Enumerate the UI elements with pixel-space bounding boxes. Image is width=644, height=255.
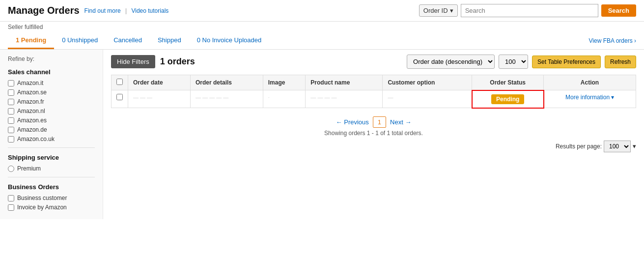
main-content: Refine by: Sales channel Amazon.it Amazo…	[0, 50, 644, 219]
col-checkbox	[112, 75, 128, 90]
select-all-checkbox[interactable]	[116, 79, 123, 85]
refresh-button[interactable]: Refresh	[605, 56, 636, 68]
row-image: ·	[263, 90, 306, 108]
row-order-date: — — —	[128, 90, 191, 108]
sort-dropdown[interactable]: Order date (descending)	[407, 55, 495, 69]
channel-amazon-fr-checkbox[interactable]	[8, 99, 14, 105]
row-product-name: — — — —	[306, 90, 383, 108]
row-order-details: — — — — —	[191, 90, 263, 108]
channel-amazon-es-label: Amazon.es	[17, 117, 47, 124]
hide-filters-button[interactable]: Hide Filters	[111, 55, 155, 68]
channel-amazon-nl-label: Amazon.nl	[17, 108, 45, 114]
pagination-info: Showing orders 1 - 1 of 1 total orders.	[111, 130, 636, 137]
top-bar: Manage Orders Find out more | Video tuto…	[0, 0, 644, 22]
channel-amazon-se-label: Amazon.se	[17, 89, 47, 96]
results-per-page-select[interactable]: 100	[604, 141, 631, 152]
dropdown-chevron-icon: ▾	[450, 7, 453, 14]
channel-amazon-fr-label: Amazon.fr	[17, 98, 44, 105]
header-links: Find out more | Video tutorials	[84, 7, 172, 14]
tab-no-invoice[interactable]: 0 No Invoice Uploaded	[189, 32, 270, 49]
order-date-value: — — —	[133, 94, 152, 100]
channel-amazon-es[interactable]: Amazon.es	[8, 117, 95, 124]
row-checkbox[interactable]	[116, 94, 123, 100]
shipping-premium-radio[interactable]	[8, 166, 14, 172]
row-customer-option: —	[383, 90, 472, 108]
search-input[interactable]	[461, 4, 598, 17]
sales-channel-title: Sales channel	[8, 68, 95, 76]
channel-amazon-nl-checkbox[interactable]	[8, 108, 14, 114]
product-name-value: — — — —	[310, 94, 336, 100]
search-container: Order ID ▾ Search	[419, 4, 636, 17]
shipping-premium-label: Premium	[17, 165, 41, 172]
sidebar: Refine by: Sales channel Amazon.it Amazo…	[0, 50, 103, 219]
image-placeholder: ·	[268, 94, 270, 100]
results-per-page-label: Results per page:	[556, 143, 602, 150]
invoice-by-amazon-checkbox[interactable]	[8, 204, 14, 211]
business-customer-checkbox[interactable]	[8, 195, 14, 201]
channel-amazon-it-label: Amazon.it	[17, 80, 43, 86]
search-button[interactable]: Search	[601, 4, 636, 17]
orders-table: Order date Order details Image Product n…	[111, 75, 636, 109]
col-order-details: Order details	[191, 75, 263, 90]
channel-amazon-de-label: Amazon.de	[17, 126, 47, 133]
more-information-link[interactable]: More information ▾	[565, 94, 614, 101]
channel-amazon-co-uk-checkbox[interactable]	[8, 136, 14, 142]
order-details-value: — — — — —	[196, 94, 228, 100]
channel-amazon-de[interactable]: Amazon.de	[8, 126, 95, 133]
col-product-name: Product name	[306, 75, 383, 90]
tab-pending[interactable]: 1 Pending	[8, 32, 54, 49]
row-order-status: Pending	[472, 90, 544, 108]
content-area: Hide Filters 1 orders Order date (descen…	[103, 50, 644, 219]
seller-fulfilled-label: Seller fulfilled	[0, 22, 644, 32]
channel-amazon-it[interactable]: Amazon.it	[8, 80, 95, 86]
channel-amazon-se-checkbox[interactable]	[8, 89, 14, 96]
pending-badge: Pending	[491, 94, 524, 104]
order-id-dropdown[interactable]: Order ID ▾	[419, 4, 458, 17]
results-per-page-container: Results per page: 100 ▾	[111, 141, 636, 152]
prev-page-button[interactable]: ← Previous	[336, 118, 369, 126]
video-tutorials-link[interactable]: Video tutorials	[131, 7, 168, 14]
tab-unshipped[interactable]: 0 Unshipped	[54, 32, 106, 49]
order-id-label: Order ID	[423, 7, 448, 14]
channel-amazon-fr[interactable]: Amazon.fr	[8, 98, 95, 105]
channel-amazon-es-checkbox[interactable]	[8, 117, 14, 124]
link-separator: |	[125, 7, 127, 14]
customer-option-value: —	[388, 94, 393, 100]
find-out-more-link[interactable]: Find out more	[84, 7, 121, 14]
invoice-by-amazon[interactable]: Invoice by Amazon	[8, 204, 95, 211]
channel-amazon-co-uk[interactable]: Amazon.co.uk	[8, 136, 95, 142]
shipping-service-title: Shipping service	[8, 154, 95, 161]
set-table-preferences-button[interactable]: Set Table Preferences	[532, 56, 601, 68]
tab-shipped[interactable]: Shipped	[150, 32, 189, 49]
col-image: Image	[263, 75, 306, 90]
channel-amazon-se[interactable]: Amazon.se	[8, 89, 95, 96]
view-fba-link[interactable]: View FBA orders ›	[589, 37, 636, 44]
channel-amazon-co-uk-label: Amazon.co.uk	[17, 136, 55, 142]
col-order-date: Order date	[128, 75, 191, 90]
next-page-button[interactable]: Next →	[390, 118, 411, 126]
channel-amazon-de-checkbox[interactable]	[8, 127, 14, 133]
results-chevron-icon: ▾	[633, 142, 636, 150]
row-action: More information ▾	[544, 90, 636, 108]
refine-label: Refine by:	[8, 56, 95, 62]
toolbar-right: Order date (descending) 100 Set Table Pr…	[407, 55, 636, 69]
col-order-status: Order Status	[472, 75, 544, 90]
table-row: — — — — — — — — · — — — — — Pe	[112, 90, 636, 108]
per-page-dropdown[interactable]: 100	[499, 55, 528, 69]
sidebar-divider-2	[8, 177, 95, 177]
col-customer-option: Customer option	[383, 75, 472, 90]
tab-cancelled[interactable]: Cancelled	[106, 32, 150, 49]
sidebar-divider-1	[8, 147, 95, 148]
channel-amazon-nl[interactable]: Amazon.nl	[8, 108, 95, 114]
col-action: Action	[544, 75, 636, 90]
business-customer[interactable]: Business customer	[8, 195, 95, 201]
tabs-bar: 1 Pending 0 Unshipped Cancelled Shipped …	[0, 32, 644, 50]
pagination-area: ← Previous 1 Next → Showing orders 1 - 1…	[111, 116, 636, 152]
table-header-row: Order date Order details Image Product n…	[112, 75, 636, 90]
page-title: Manage Orders	[8, 5, 80, 16]
invoice-by-amazon-label: Invoice by Amazon	[17, 204, 67, 211]
shipping-premium[interactable]: Premium	[8, 165, 95, 172]
channel-amazon-it-checkbox[interactable]	[8, 80, 14, 86]
business-customer-label: Business customer	[17, 195, 67, 201]
toolbar: Hide Filters 1 orders Order date (descen…	[111, 55, 636, 69]
